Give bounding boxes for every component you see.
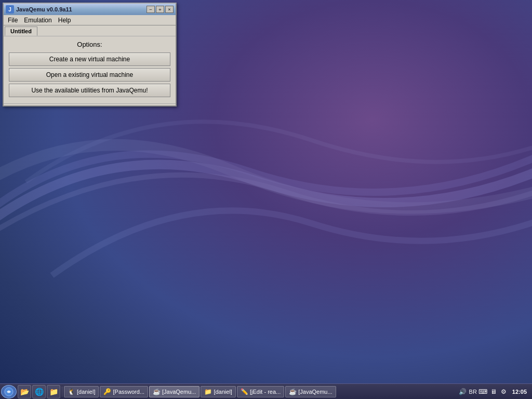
- desktop-swirl: [0, 78, 532, 286]
- close-button[interactable]: ×: [165, 6, 174, 13]
- app-icon-daniel-2: 📁: [204, 388, 212, 395]
- app-icon-password: 🔑: [103, 388, 111, 395]
- tray-display[interactable]: 🖥: [489, 388, 498, 396]
- taskbar: 📂 🌐 📁 🐧 [daniel] 🔑 [Password... ☕ [JavaQ…: [0, 383, 532, 399]
- taskbar-app-jedit[interactable]: ✏️ [jEdit - rea...: [237, 386, 284, 397]
- taskbar-separator-1: [62, 387, 62, 397]
- app-icon: J: [6, 5, 14, 14]
- app-label-jedit: [jEdit - rea...: [250, 389, 281, 395]
- open-vm-button[interactable]: Open a existing virtual machine: [9, 68, 170, 82]
- tray-volume[interactable]: 🔊: [459, 388, 467, 396]
- taskbar-app-javaqemu-1[interactable]: ☕ [JavaQemu...: [149, 386, 200, 397]
- desktop: J JavaQemu v0.0.9a11 − + × File Emulatio…: [0, 0, 532, 399]
- app-label-javaqemu-1: [JavaQemu...: [162, 389, 196, 395]
- tab-untitled[interactable]: Untitled: [5, 26, 37, 36]
- window-bottom: [4, 103, 176, 105]
- taskbar-app-daniel-1[interactable]: 🐧 [daniel]: [64, 386, 99, 397]
- title-controls: − + ×: [147, 6, 174, 13]
- title-bar: J JavaQemu v0.0.9a11 − + ×: [4, 4, 176, 15]
- menu-help[interactable]: Help: [55, 16, 74, 25]
- tray-keyboard[interactable]: ⌨: [479, 388, 487, 396]
- app-label-daniel-2: [daniel]: [214, 389, 232, 395]
- app-icon-jedit: ✏️: [241, 388, 248, 395]
- tray-keyboard-layout[interactable]: BR: [469, 389, 477, 395]
- taskbar-app-password[interactable]: 🔑 [Password...: [100, 386, 148, 397]
- app-icon-javaqemu-1: ☕: [153, 388, 161, 395]
- menu-file[interactable]: File: [5, 16, 21, 25]
- system-tray: 🔊 BR ⌨ 🖥 ⚙ 12:05: [459, 388, 531, 396]
- keyboard-layout-label: BR: [469, 389, 477, 395]
- window-title: JavaQemu v0.0.9a11: [16, 6, 72, 12]
- title-bar-left: J JavaQemu v0.0.9a11: [6, 5, 72, 14]
- maximize-button[interactable]: +: [156, 6, 164, 13]
- app-label-daniel-1: [daniel]: [77, 389, 95, 395]
- tray-settings[interactable]: ⚙: [500, 388, 508, 396]
- quicklaunch-browser[interactable]: 🌐: [32, 385, 46, 398]
- menu-bar: File Emulation Help: [4, 15, 176, 25]
- menu-emulation[interactable]: Emulation: [21, 16, 55, 25]
- utilities-button[interactable]: Use the available utilities from JavaQem…: [9, 84, 170, 97]
- quicklaunch-files[interactable]: 📂: [18, 385, 31, 398]
- create-vm-button[interactable]: Create a new virtual machine: [9, 52, 170, 66]
- taskbar-app-daniel-2[interactable]: 📁 [daniel]: [201, 386, 235, 397]
- app-label-javaqemu-2: [JavaQemu...: [298, 389, 332, 395]
- app-label-password: [Password...: [113, 389, 144, 395]
- taskbar-app-javaqemu-2[interactable]: ☕ [JavaQemu...: [285, 386, 336, 397]
- system-clock: 12:05: [510, 389, 529, 395]
- app-icon-daniel-1: 🐧: [68, 388, 75, 395]
- start-button[interactable]: [1, 385, 17, 398]
- minimize-button[interactable]: −: [147, 6, 155, 13]
- options-label: Options:: [9, 41, 170, 48]
- quicklaunch-folder[interactable]: 📁: [47, 385, 60, 398]
- tab-bar: Untitled: [4, 25, 176, 36]
- app-icon-javaqemu-2: ☕: [289, 388, 297, 395]
- javaqemu-window: J JavaQemu v0.0.9a11 − + × File Emulatio…: [3, 3, 177, 107]
- window-content: Options: Create a new virtual machine Op…: [4, 36, 176, 103]
